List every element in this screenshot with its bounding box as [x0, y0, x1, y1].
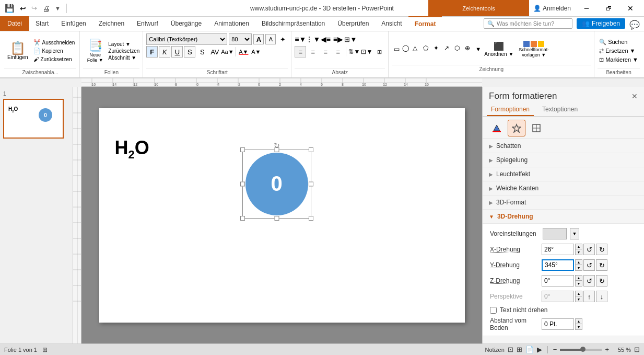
zoom-slider[interactable] — [560, 349, 602, 351]
perspektive-down-button[interactable]: ↓ — [596, 291, 607, 302]
section-schatten[interactable]: ▶ Schatten — [483, 139, 644, 153]
slide-sorter-icon[interactable]: ⊞ — [517, 346, 522, 353]
y-spin-down[interactable]: ▼ — [575, 265, 582, 271]
a-spin-up[interactable]: ▲ — [575, 318, 582, 324]
panel-tab-textoptionen[interactable]: Textoptionen — [538, 104, 582, 116]
y-spinner[interactable]: ▲ ▼ — [575, 259, 582, 271]
abschnitt-button[interactable]: Abschnitt ▼ — [108, 55, 139, 61]
tab-datei[interactable]: Datei — [0, 16, 29, 31]
p-spin-up[interactable]: ▲ — [575, 291, 582, 296]
p-spin-down[interactable]: ▼ — [575, 296, 582, 302]
section-3d-drehung-header[interactable]: ▼ 3D-Drehung — [483, 210, 644, 224]
align-left-button[interactable]: ≡ — [295, 46, 306, 58]
reading-view-icon[interactable]: 📄 — [525, 346, 534, 353]
zoom-level[interactable]: 55 % — [612, 347, 631, 353]
increase-font-button[interactable]: A — [253, 34, 264, 44]
handle-bl[interactable] — [240, 216, 245, 221]
cut-button[interactable]: ✂️Ausschneiden — [32, 39, 76, 47]
clear-format-button[interactable]: ✦ — [277, 34, 288, 44]
handle-bm[interactable] — [274, 216, 279, 221]
tab-einfuegen[interactable]: Einfügen — [55, 16, 92, 31]
section-weiche-kanten[interactable]: ▶ Weiche Kanten — [483, 181, 644, 196]
increase-indent-button[interactable]: ≡▶ — [332, 33, 344, 45]
markieren-button[interactable]: ⊡ Markieren ▼ — [598, 56, 640, 64]
shape-icon-6[interactable]: ↗ — [444, 44, 453, 54]
z-rotate-left-button[interactable]: ↺ — [583, 275, 595, 287]
handle-tr[interactable] — [309, 147, 313, 152]
perspektive-spinner[interactable]: ▲ ▼ — [575, 291, 582, 302]
x-rotate-right-button[interactable]: ↻ — [596, 244, 607, 255]
print-icon[interactable]: 🖨 — [41, 3, 51, 14]
z-spin-up[interactable]: ▲ — [575, 275, 582, 281]
tab-entwurf[interactable]: Entwurf — [131, 16, 165, 31]
spacing-button[interactable]: AV — [209, 46, 220, 58]
tab-ansicht[interactable]: Ansicht — [375, 16, 408, 31]
shape-icon-5[interactable]: ✦ — [434, 44, 443, 54]
slide-info-icon[interactable]: ⊞ — [42, 346, 48, 353]
align-text-button[interactable]: ⊡▼ — [361, 46, 372, 58]
tab-animationen[interactable]: Animationen — [208, 16, 255, 31]
section-spiegelung[interactable]: ▶ Spiegelung — [483, 153, 644, 167]
format-painter-button[interactable]: 🖌Zurücksetzen — [32, 55, 76, 63]
slide-canvas[interactable]: H2O ↻ 0 — [99, 108, 465, 323]
anmelden-button[interactable]: 👤 Anmelden — [529, 4, 575, 13]
perspektive-input[interactable]: 0° — [542, 291, 574, 302]
tab-format[interactable]: Format — [408, 16, 442, 31]
bullets-button[interactable]: ≡▼ — [295, 33, 306, 45]
fit-button[interactable]: ⊡ — [634, 346, 640, 353]
suchen-button[interactable]: 🔍 Suchen — [598, 38, 640, 46]
handle-ml[interactable] — [240, 181, 245, 186]
zuruecksetzen-button[interactable]: Zurücksetzen — [108, 48, 139, 54]
perspektive-up-button[interactable]: ↑ — [583, 291, 595, 302]
close-button[interactable]: ✕ — [620, 1, 641, 16]
x-drehung-input[interactable]: 26° — [542, 244, 574, 255]
minimize-button[interactable]: ─ — [576, 1, 597, 16]
preset-box[interactable] — [543, 228, 567, 239]
shadow-button[interactable]: S — [196, 46, 208, 58]
einfuegen-button[interactable]: 📋 Einfügen — [4, 41, 31, 61]
y-spin-up[interactable]: ▲ — [575, 259, 582, 265]
y-drehung-input[interactable] — [542, 259, 574, 271]
anordnen-button[interactable]: ⬛ Anordnen ▼ — [482, 40, 516, 58]
abstand-spinner[interactable]: ▲ ▼ — [575, 318, 582, 330]
y-rotate-right-button[interactable]: ↻ — [596, 259, 607, 271]
handle-tm[interactable] — [274, 147, 279, 152]
x-spin-up[interactable]: ▲ — [575, 244, 582, 249]
normal-view-icon[interactable]: ⊡ — [508, 346, 513, 353]
text-direction-button[interactable]: ⇅▼ — [348, 46, 360, 58]
panel-tab-formoptionen[interactable]: Formoptionen — [487, 104, 534, 116]
z-drehung-input[interactable]: 0° — [542, 275, 574, 287]
a-spin-down[interactable]: ▼ — [575, 324, 582, 330]
tab-ueberpruefen[interactable]: Überprüfen — [331, 16, 375, 31]
tab-bildschirm[interactable]: Bildschirmpräsentation — [255, 16, 331, 31]
shape-icon-3[interactable]: △ — [413, 44, 422, 54]
smartart-button[interactable]: ⊞ — [373, 46, 385, 58]
align-right-button[interactable]: ≡ — [320, 46, 331, 58]
bold-button[interactable]: F — [146, 46, 158, 58]
shape-icon-2[interactable]: ◯ — [402, 44, 412, 54]
tab-uebergaenge[interactable]: Übergänge — [165, 16, 208, 31]
schnellformat-button[interactable]: Schnellformat- vorlagen ▼ — [517, 40, 551, 59]
case-button[interactable]: Aa▼ — [221, 46, 233, 58]
handle-mr[interactable] — [309, 181, 313, 186]
highlight-button[interactable]: A▼ — [250, 46, 262, 58]
ersetzen-button[interactable]: ⇄ Ersetzen ▼ — [598, 47, 640, 55]
freigeben-button[interactable]: 👥 Freigeben — [577, 18, 625, 29]
comment-icon[interactable]: 💬 — [629, 20, 640, 30]
underline-button[interactable]: U — [171, 46, 183, 58]
font-color-button[interactable]: A▼ — [238, 46, 249, 58]
y-rotate-left-button[interactable]: ↺ — [583, 259, 595, 271]
panel-size-icon-btn[interactable] — [528, 120, 545, 136]
zoom-in-button[interactable]: + — [605, 346, 609, 353]
preset-dropdown-button[interactable]: ▼ — [570, 228, 579, 239]
layout-button[interactable]: Layout ▼ — [108, 41, 139, 47]
font-size-select[interactable]: 80 — [229, 33, 252, 45]
shape-icon-1[interactable]: ▭ — [392, 44, 401, 54]
h2o-text[interactable]: H2O — [115, 137, 149, 162]
shape-icon-7[interactable]: ⬡ — [454, 44, 464, 54]
redo-icon[interactable]: ↪ — [30, 3, 39, 13]
align-center-button[interactable]: ≡ — [307, 46, 319, 58]
columns-button[interactable]: ⊞▼ — [345, 33, 356, 45]
zoom-out-button[interactable]: − — [553, 346, 557, 353]
maximize-button[interactable]: 🗗 — [598, 1, 619, 16]
